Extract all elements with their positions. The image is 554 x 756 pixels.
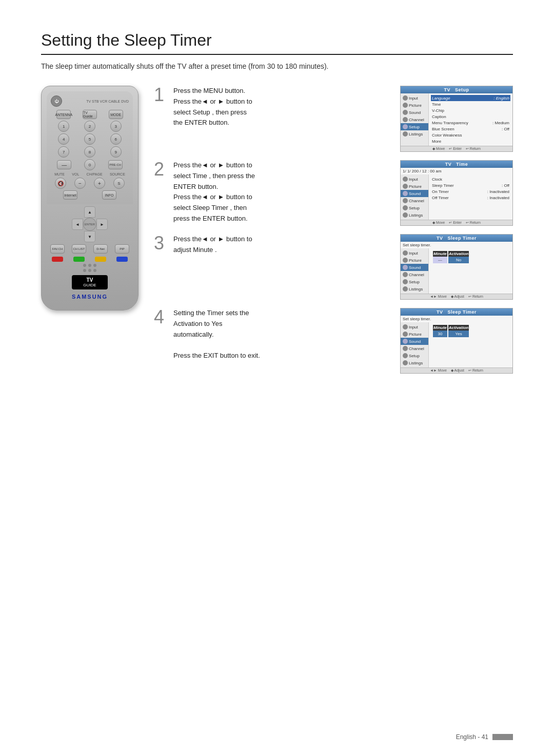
dash-button[interactable]: — [57,160,71,169]
menu-language-value: : English [493,96,509,101]
tv-screen-4-body: Input Picture Sound Channel Setup Listin… [401,322,512,367]
num-2-button[interactable]: 2 [84,121,95,132]
tv-screen-2-subtitle: 1/ 1/ 200 / 12 : 00 am [401,168,512,175]
sidebar-picture-icon [403,103,408,108]
sidebar3-sound-icon [403,265,408,270]
green-button[interactable] [73,257,85,262]
dpad-down-button[interactable]: ▼ [84,231,95,242]
sidebar-channel-icon [403,117,408,122]
num-4-button[interactable]: 4 [58,133,69,145]
sidebar2-picture: Picture [401,183,428,190]
menu2-sleep-timer: Sleep Timer : Off [431,182,510,188]
numpad-row3: 7 8 9 [51,146,129,158]
tv-screen-2-body: Input Picture Sound Channel Setup Listin… [401,175,512,220]
yellow-button[interactable] [95,257,106,262]
sidebar-input-icon [403,95,408,101]
dpad-right-button[interactable]: ► [96,219,108,230]
num-6-button[interactable]: 6 [110,133,122,145]
menu-blue-value: : Off [502,127,509,131]
vol-up-button[interactable]: + [94,178,105,189]
sidebar4-listings: Listings [401,359,428,366]
info-button[interactable]: INFO [102,190,116,200]
menu-color-label: Color Weakness [432,133,462,138]
sleep-timer-table-4: Minute 30 Activation Yes [433,325,508,337]
menu-transparency-value: : Medium [492,121,509,125]
sidebar-picture: Picture [401,102,428,109]
tv-main-2: Clock Sleep Timer : Off On Timer : Inact… [429,175,512,220]
screen-4-title: Sleep Timer [448,309,477,315]
pip-button[interactable]: PIP [115,244,129,254]
sidebar3-picture-icon [403,258,408,263]
menu-color-weakness: Color Weakness [431,132,510,138]
dots-row2 [47,269,133,272]
antenna-button[interactable]: ANTENNA [56,110,71,119]
step-2-content: Press the◄ or ► button to select Time , … [173,160,393,224]
num-0-button[interactable]: 0 [84,159,95,170]
footer3-adjust: ◆ Adjust [451,295,464,299]
tv-screen-4-footer: ◄► Move ◆ Adjust ↩ Return [401,367,512,373]
tv-guide-logo: TV GUIDE [72,275,108,289]
dots-row1 [47,264,133,267]
sidebar3-input-icon [403,250,408,256]
num-9-button[interactable]: 9 [110,146,122,158]
red-button[interactable] [52,257,63,262]
dot6 [93,269,96,272]
dot5 [88,269,91,272]
tv-screen-2-footer: ◆ Move ↵ Enter ↩ Return [401,220,512,225]
sidebar-sound: Sound [401,109,428,116]
internet-button[interactable]: Internet [63,190,77,200]
num-3-button[interactable]: 3 [110,121,122,132]
mute-vol-btns: 🔇 − + S [51,178,129,189]
bottom-buttons-row: FAV.CH CH LIST D-Net PIP [47,244,133,254]
menu2-clock: Clock [431,176,510,182]
menu-transparency-label: Menu Transparency [432,121,468,125]
menu2-off-label: Off Timer [432,196,449,200]
mute-vol-row: MUTE VOL CH/PAGE SOURCE [51,172,129,176]
footer4-return: ↩ Return [468,369,483,373]
sidebar4-sound-active: Sound [401,338,428,345]
mode-button[interactable]: MODE [109,110,123,119]
page-title: Setting the Sleep Timer [41,31,513,55]
d-net-button[interactable]: D-Net [93,244,108,254]
minute-value-4: 30 [433,331,447,337]
step-4-number: 4 [154,308,166,326]
vol-down-button[interactable]: − [74,178,86,189]
sleep-timer-table-3: Minute --- Activation No [433,251,508,263]
step-2: 2 Press the◄ or ► button to select Time … [154,160,513,226]
source-button[interactable]: S [113,178,125,189]
pre-ch-button[interactable]: PRE-CH [108,160,123,169]
num-8-button[interactable]: 8 [84,146,95,158]
chpage-label: CH/PAGE [87,172,103,176]
step-2-number: 2 [154,160,166,179]
blue-button[interactable] [116,257,128,262]
footer3-return: ↩ Return [468,295,483,299]
dpad-up-button[interactable]: ▲ [84,206,95,218]
tv-sidebar-3: Input Picture Sound Channel Setup Listin… [401,248,429,294]
tv-screen-3: TV Sleep Timer Set sleep timer. Input Pi… [400,234,513,300]
fav-ch-button[interactable]: FAV.CH [50,244,65,254]
ch-list-button[interactable]: CH LIST [72,244,86,254]
sidebar4-input: Input [401,323,428,331]
tv-label-2: TV [445,162,452,167]
step-1-screen: TV Setup Input Picture Sound Channel Set… [400,86,513,152]
dpad-left-button[interactable]: ◄ [72,219,83,230]
tv-guide-button[interactable]: TV Guide [83,110,97,119]
power-button[interactable]: ⏻ [51,95,62,107]
col-header-activation-4: Activation Yes [448,325,469,337]
tv-label-3: TV [437,236,443,241]
sidebar2-channel-icon [403,198,408,203]
num-5-button[interactable]: 5 [84,133,95,145]
screen-3-title: Sleep Timer [448,236,477,241]
sidebar2-listings: Listings [401,211,428,219]
source-label: SOURCE [110,172,125,176]
mute-button[interactable]: 🔇 [55,178,66,189]
menu-blue-screen: Blue Screen : Off [431,126,510,132]
tv-screen-2: TV Time 1/ 1/ 200 / 12 : 00 am Input Pic… [400,160,513,226]
num-7-button[interactable]: 7 [58,146,69,158]
remote-wrapper: ⏻ TV STB VCR CABLE DVD ANTENNA TV Guide … [41,86,144,311]
sidebar2-input-icon [403,177,408,182]
num-1-button[interactable]: 1 [58,121,69,132]
dpad-enter-button[interactable]: ENTER [83,218,96,231]
sidebar2-sound-active: Sound [401,190,428,197]
tv-screen-3-header: TV Sleep Timer [401,235,512,242]
